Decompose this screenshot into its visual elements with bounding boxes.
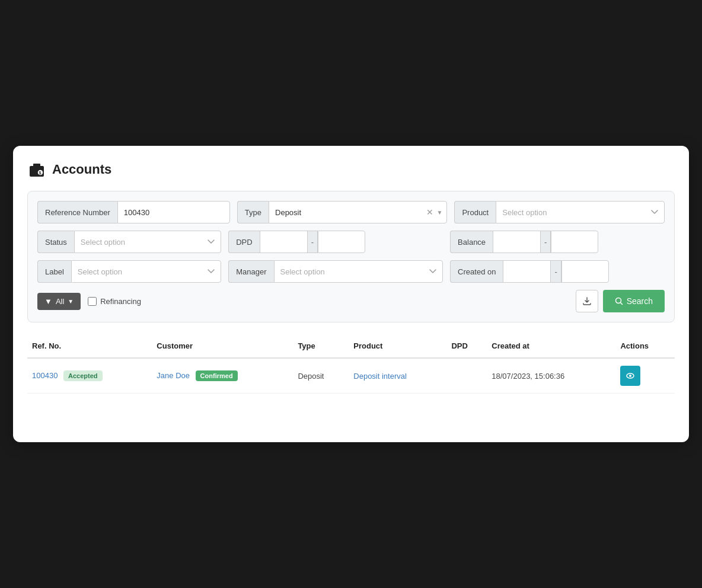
status-group: Status Select option <box>37 231 221 253</box>
status-label: Status <box>37 231 74 253</box>
created-on-separator: - <box>550 260 561 283</box>
status-select[interactable]: Select option <box>74 231 221 253</box>
all-filter-chevron: ▼ <box>68 298 74 305</box>
cell-dpd <box>446 358 487 394</box>
filter-actions-row: ▼ All ▼ Refinancing <box>37 290 665 312</box>
label-label: Label <box>37 260 71 283</box>
balance-to-input[interactable] <box>551 231 598 253</box>
ref-link[interactable]: 100430 <box>32 371 58 380</box>
export-button[interactable] <box>576 290 598 312</box>
type-value: Deposit <box>275 208 301 217</box>
balance-label: Balance <box>450 231 493 253</box>
col-created-at: Created at <box>487 334 615 358</box>
refinancing-checkbox[interactable] <box>88 297 97 306</box>
label-select[interactable]: Select option <box>71 260 221 283</box>
type-group: Type Deposit ✕ ▼ <box>237 201 448 223</box>
col-type: Type <box>293 334 349 358</box>
type-dropdown-button[interactable]: ▼ <box>437 209 443 216</box>
filter-right-actions: Search <box>576 290 665 312</box>
dpd-group: DPD - <box>228 231 443 253</box>
table-body: 100430 Accepted Jane Doe Confirmed Depos… <box>27 358 675 394</box>
col-product: Product <box>349 334 446 358</box>
reference-number-input[interactable] <box>117 201 230 223</box>
product-select[interactable]: Select option <box>496 201 665 223</box>
table-header: Ref. No. Customer Type Product DPD Creat… <box>27 334 675 358</box>
type-label: Type <box>237 201 269 223</box>
filter-row-2: Status Select option DPD - Balance - <box>37 231 665 253</box>
type-select-display[interactable]: Deposit <box>269 201 447 223</box>
main-container: $ Accounts Reference Number Type Deposit <box>13 146 689 442</box>
type-select-actions: ✕ ▼ <box>426 208 443 216</box>
accounts-icon: $ <box>27 160 46 179</box>
cell-customer: Jane Doe Confirmed <box>152 358 293 394</box>
export-icon <box>582 296 592 306</box>
filter-icon: ▼ <box>44 297 52 306</box>
reference-number-group: Reference Number <box>37 201 230 223</box>
customer-link[interactable]: Jane Doe <box>157 371 190 380</box>
reference-number-label: Reference Number <box>37 201 117 223</box>
cell-created-at: 18/07/2023, 15:06:36 <box>487 358 615 394</box>
ref-badge: Accepted <box>63 370 103 381</box>
cell-type: Deposit <box>293 358 349 394</box>
product-group: Product Select option <box>454 201 665 223</box>
table-row: 100430 Accepted Jane Doe Confirmed Depos… <box>27 358 675 394</box>
view-action-button[interactable] <box>620 366 640 386</box>
type-select-wrapper: Deposit ✕ ▼ <box>269 201 447 223</box>
created-on-from-input[interactable] <box>503 260 550 283</box>
balance-group: Balance - <box>450 231 665 253</box>
dpd-separator: - <box>307 231 318 253</box>
cell-actions <box>615 358 675 394</box>
table-header-row: Ref. No. Customer Type Product DPD Creat… <box>27 334 675 358</box>
eye-icon <box>626 371 635 381</box>
cell-product: Deposit interval <box>349 358 446 394</box>
refinancing-label-text: Refinancing <box>100 297 141 306</box>
customer-badge: Confirmed <box>196 370 238 381</box>
created-on-label: Created on <box>450 260 503 283</box>
all-filter-label: All <box>56 297 64 306</box>
manager-label: Manager <box>228 260 273 283</box>
filter-row-1: Reference Number Type Deposit ✕ ▼ P <box>37 201 665 223</box>
page-title: Accounts <box>52 162 111 177</box>
search-label: Search <box>627 296 653 306</box>
type-clear-button[interactable]: ✕ <box>426 208 433 216</box>
svg-rect-1 <box>33 164 40 167</box>
cell-ref-no: 100430 Accepted <box>27 358 152 394</box>
col-customer: Customer <box>152 334 293 358</box>
created-on-group: Created on - <box>450 260 665 283</box>
balance-separator: - <box>540 231 551 253</box>
created-on-to-input[interactable] <box>561 260 609 283</box>
filter-row-3: Label Select option Manager Select optio… <box>37 260 665 283</box>
manager-group: Manager Select option <box>228 260 443 283</box>
filter-left-actions: ▼ All ▼ Refinancing <box>37 293 141 310</box>
dpd-from-input[interactable] <box>260 231 307 253</box>
filter-panel: Reference Number Type Deposit ✕ ▼ P <box>27 191 675 322</box>
all-filter-button[interactable]: ▼ All ▼ <box>37 293 81 310</box>
col-actions: Actions <box>615 334 675 358</box>
refinancing-checkbox-label[interactable]: Refinancing <box>88 297 141 306</box>
results-table: Ref. No. Customer Type Product DPD Creat… <box>27 334 675 394</box>
product-link[interactable]: Deposit interval <box>353 372 407 381</box>
balance-from-input[interactable] <box>493 231 540 253</box>
svg-point-6 <box>629 375 631 377</box>
manager-select[interactable]: Select option <box>274 260 443 283</box>
dpd-to-input[interactable] <box>318 231 365 253</box>
label-group: Label Select option <box>37 260 221 283</box>
page-header: $ Accounts <box>27 160 675 179</box>
search-button[interactable]: Search <box>603 290 665 312</box>
product-label: Product <box>454 201 496 223</box>
col-dpd: DPD <box>446 334 487 358</box>
search-icon <box>615 297 623 305</box>
dpd-label: DPD <box>228 231 259 253</box>
col-ref-no: Ref. No. <box>27 334 152 358</box>
svg-text:$: $ <box>39 171 42 175</box>
